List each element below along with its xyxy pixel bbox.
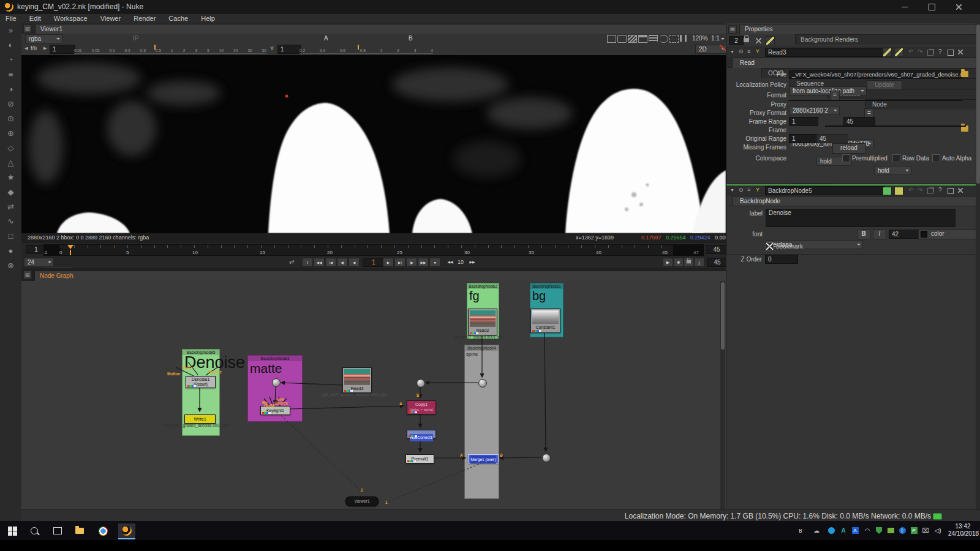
raw-data-checkbox[interactable] <box>892 154 900 162</box>
ip-toggle[interactable]: IP <box>133 35 138 42</box>
dot-node-bg[interactable] <box>542 454 551 462</box>
read3-redo-icon[interactable]: ↷ <box>918 48 922 55</box>
tray-bluetooth-icon[interactable]: ᛒ <box>898 527 907 535</box>
backdrop5-float-icon[interactable] <box>948 188 954 194</box>
read3-lines-icon[interactable]: ≡ <box>747 48 750 54</box>
transport-fwd-fast-button[interactable]: ▶▶ <box>418 258 429 267</box>
playback-end-field[interactable]: 45 <box>707 258 728 267</box>
toolbar-image-icon[interactable]: ◐ <box>0 38 21 53</box>
toolbar-help-icon[interactable]: ⊗ <box>0 258 21 273</box>
viewer-menu-caret-icon[interactable] <box>721 38 725 42</box>
format-eq-button[interactable]: = <box>830 91 840 100</box>
playhead[interactable] <box>67 245 74 252</box>
step-size[interactable]: 10 <box>458 259 464 265</box>
transport-play-back-button[interactable]: ◀ <box>349 258 360 267</box>
toolbar-deep-icon[interactable]: ◆ <box>0 185 21 200</box>
node-write1[interactable]: Write1 <box>184 414 216 424</box>
maximize-button[interactable] <box>918 0 945 14</box>
toolbar-transform-icon[interactable]: ◇ <box>0 141 21 156</box>
backdrop5-textcolor-swatch[interactable] <box>894 187 903 195</box>
tray-onedrive-icon[interactable]: ☁ <box>812 527 821 535</box>
backdrop5-tab[interactable]: BackdropNode <box>732 196 980 206</box>
node-viewer1[interactable]: Viewer1 <box>345 497 379 506</box>
transport-play-button[interactable]: ▶ <box>383 258 394 267</box>
backdrop5-name-field[interactable]: BackdropNode5 <box>765 186 885 195</box>
toolbar-content-icon[interactable]: » <box>0 23 21 38</box>
pane-menu-icon[interactable]: ▤ <box>23 24 32 33</box>
read3-collapse-caret-icon[interactable]: ▼ <box>730 50 734 54</box>
gamma-input[interactable]: 1 <box>277 45 301 54</box>
taskbar-search-button[interactable] <box>27 523 42 538</box>
tray-volume-icon[interactable]: ◁) <box>933 527 942 535</box>
gain-input[interactable]: 1 <box>50 45 75 54</box>
step-fwd-button[interactable]: ▶▶ <box>467 258 477 266</box>
toolbar-channel-icon[interactable]: ≡ <box>0 67 21 82</box>
read3-close-icon[interactable] <box>958 50 963 54</box>
tray-defender-icon[interactable] <box>875 527 883 535</box>
read3-undo-icon[interactable]: ↶ <box>908 48 913 55</box>
file-browse-icon[interactable] <box>961 71 968 77</box>
wipe-icon[interactable] <box>628 35 637 43</box>
panels-lock-icon[interactable] <box>744 35 749 42</box>
zoom-level[interactable]: 120% <box>692 35 708 42</box>
frame-range-start-field[interactable]: 1 <box>789 117 818 126</box>
dot-node-center[interactable] <box>417 379 425 388</box>
reload-button[interactable]: reload <box>832 143 865 154</box>
gamma-slider[interactable]: 0.20.40.60.81234 <box>300 45 433 54</box>
scanline-icon[interactable] <box>649 35 658 42</box>
refresh-icon[interactable] <box>659 35 668 43</box>
minimize-button[interactable] <box>891 0 918 14</box>
menu-file[interactable]: File <box>0 15 22 22</box>
render-downstream-button[interactable]: ⤓ <box>694 258 704 267</box>
close-button[interactable] <box>945 0 972 14</box>
zorder-field[interactable]: 0 <box>765 255 798 264</box>
dot-node-fg[interactable] <box>478 379 487 388</box>
node-read2[interactable]: Read2 <box>468 309 497 335</box>
transport-in-button[interactable]: I <box>302 258 313 267</box>
menu-viewer[interactable]: Viewer <box>95 15 126 22</box>
backdrop5-tree-icon[interactable]: Y <box>756 187 760 193</box>
toolbar-particles-icon[interactable]: ★ <box>0 170 21 185</box>
tray-satellite-icon[interactable]: ◠ <box>863 527 872 535</box>
backdrop5-help-icon[interactable]: ? <box>938 187 942 193</box>
viewer1-tab[interactable]: Viewer1 <box>35 24 739 34</box>
gain-slider[interactable]: 0.010.050.10.20.30.5123510203050 <box>74 45 266 54</box>
dag-pane-menu-icon[interactable]: ▤ <box>23 271 32 279</box>
step-back-button[interactable]: ◀◀ <box>445 258 455 266</box>
read3-tab-read[interactable]: Read <box>732 58 980 68</box>
format-dropdown[interactable]: 2880x2160 2 <box>789 106 840 115</box>
read3-edit1-icon[interactable] <box>883 48 892 57</box>
node-denoise1[interactable]: Denoise1 (Result) <box>186 376 216 388</box>
tray-share-icon[interactable] <box>827 527 835 535</box>
node-read3[interactable]: Read3 <box>342 367 372 393</box>
bookmark-checkbox[interactable] <box>766 242 774 250</box>
frame-expression-field[interactable] <box>825 126 966 127</box>
backdrop5-color-swatch[interactable] <box>883 187 892 195</box>
clear-panels-icon[interactable] <box>756 38 761 43</box>
dot-node-matte[interactable] <box>272 378 281 387</box>
frame-range-end-field[interactable]: 45 <box>843 117 875 126</box>
toolbar-color-icon[interactable]: ◑ <box>0 82 21 97</box>
gain-sat-icon[interactable] <box>607 35 616 43</box>
menu-render[interactable]: Render <box>128 15 161 22</box>
edit-panels-icon[interactable] <box>766 36 775 45</box>
node-huecorrect1[interactable]: HueCorrect1 <box>407 430 436 438</box>
lock-range-button[interactable] <box>684 258 694 267</box>
menu-edit[interactable]: Edit <box>24 15 47 22</box>
gain-slider-handle[interactable] <box>154 45 156 50</box>
timeline-ruler[interactable]: -1 0 5 10 15 20 25 30 35 40 45 47 <box>43 244 704 256</box>
tray-network-icon[interactable]: ⌧ <box>921 527 930 535</box>
proxy-toggle-icon[interactable] <box>617 35 627 43</box>
read3-name-field[interactable]: Read3 <box>765 48 885 57</box>
task-view-button[interactable] <box>50 523 65 538</box>
backdrop5-close-icon[interactable] <box>958 188 963 193</box>
gamma-slider-handle[interactable] <box>358 45 359 50</box>
read3-center-icon[interactable]: ⊙ <box>739 48 744 54</box>
frame-range-hold2-dropdown[interactable]: hold <box>874 166 911 175</box>
bold-button[interactable]: B <box>857 229 870 239</box>
gain-next-arrow[interactable]: ▶ <box>43 46 47 51</box>
toolbar-metadata-icon[interactable]: ∿ <box>0 214 21 229</box>
timeline-range-end[interactable]: 45 <box>706 245 728 254</box>
read3-float-icon[interactable] <box>948 50 954 56</box>
channels-dropdown[interactable]: rgba <box>25 34 62 43</box>
